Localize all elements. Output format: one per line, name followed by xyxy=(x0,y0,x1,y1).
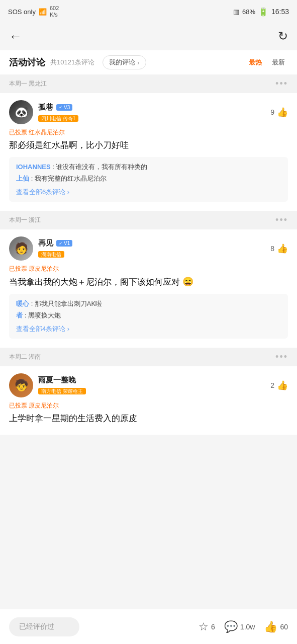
page-title: 活动讨论 xyxy=(9,56,45,68)
voted-tag-1: 已投票 红水晶尼泊尔 xyxy=(9,128,288,137)
username-2: 再见 xyxy=(38,238,53,248)
like-button-2[interactable]: 8 👍 xyxy=(270,243,288,254)
comment-header-3: 🧒 雨夏一整晚 南方电信 荣耀枪王 2 👍 xyxy=(9,373,288,397)
comment-card-3: 🧒 雨夏一整晚 南方电信 荣耀枪王 2 👍 已投票 原皮尼泊尔 上学时拿一星期的… xyxy=(0,366,297,435)
star-action[interactable]: ☆ 6 xyxy=(199,620,215,633)
wifi-speed: 602 K/s xyxy=(50,5,59,18)
user-info-3: 雨夏一整晚 南方电信 荣耀枪王 xyxy=(38,375,270,395)
badge-v-1: ✓ V3 xyxy=(56,104,72,111)
see-all-2[interactable]: 查看全部4条评论 › xyxy=(16,325,69,334)
status-right: ▥ 68% 🔋 16:53 xyxy=(233,7,289,17)
top-nav: ← ↻ xyxy=(0,22,297,50)
more-options-2[interactable]: ••• xyxy=(275,215,288,225)
section-sep-text-2: 本周一 浙江 xyxy=(9,216,41,224)
filter-hot-button[interactable]: 最热 xyxy=(246,56,265,69)
signal-bars-icon: ▥ xyxy=(233,8,239,16)
username-row-2: 再见 ✓ V1 xyxy=(38,238,270,248)
badge-operator-2: 湖南电信 xyxy=(38,250,270,258)
avatar-1: 🐼 xyxy=(9,100,33,124)
back-button[interactable]: ← xyxy=(9,29,22,44)
replies-box-2: 暖心 : 那我只能拿出刺刀AK啦 者 : 黑喷换大炮 查看全部4条评论 › xyxy=(9,294,288,339)
chat-action[interactable]: 💬 1.0w xyxy=(224,620,255,633)
section-sep-2: 本周一 浙江 ••• xyxy=(0,211,297,229)
page-header: 活动讨论 共10121条评论 我的评论 最热 最新 xyxy=(0,50,297,74)
thumb-icon-1: 👍 xyxy=(277,107,288,118)
section-sep-3: 本周二 湖南 ••• xyxy=(0,348,297,366)
battery-percent: 68% xyxy=(242,8,255,16)
comment-card-2: 🧑 再见 ✓ V1 湖南电信 8 👍 已投票 原皮尼泊尔 当我拿出我的大炮＋尼泊… xyxy=(0,229,297,348)
comment-card-1: 🐼 孤巷 ✓ V3 四川电信 传奇1 9 👍 已投票 红水晶尼泊尔 那必须是红水… xyxy=(0,93,297,211)
my-comment-button[interactable]: 我的评论 xyxy=(103,55,146,69)
chat-icon: 💬 xyxy=(224,620,238,633)
see-all-1[interactable]: 查看全部6条评论 › xyxy=(16,188,69,197)
comment-header-2: 🧑 再见 ✓ V1 湖南电信 8 👍 xyxy=(9,236,288,261)
comment-count: 共10121条评论 xyxy=(50,58,94,67)
like-count-2: 8 xyxy=(270,245,274,253)
like-count: 60 xyxy=(280,623,288,631)
like-button-1[interactable]: 9 👍 xyxy=(270,107,288,118)
thumb-icon-2: 👍 xyxy=(277,243,288,254)
badge-v-2: ✓ V1 xyxy=(56,240,72,247)
filter-new-button[interactable]: 最新 xyxy=(269,56,288,69)
like-button-3[interactable]: 2 👍 xyxy=(270,380,288,391)
badge-operator-3: 南方电信 荣耀枪王 xyxy=(38,386,270,395)
filter-buttons: 最热 最新 xyxy=(246,56,288,69)
voted-tag-3: 已投票 原皮尼泊尔 xyxy=(9,401,288,410)
reply-item-1-1: 上仙 : 我有完整的红水晶尼泊尔 xyxy=(16,174,281,184)
avatar-3: 🧒 xyxy=(9,373,33,397)
star-count: 6 xyxy=(211,623,215,631)
username-3: 雨夏一整晚 xyxy=(38,375,76,385)
badge-operator-1: 四川电信 传奇1 xyxy=(38,114,270,122)
like-count-1: 9 xyxy=(270,108,274,116)
like-action[interactable]: 👍 60 xyxy=(264,620,288,633)
username-row-1: 孤巷 ✓ V3 xyxy=(38,103,270,112)
comment-header-1: 🐼 孤巷 ✓ V3 四川电信 传奇1 9 👍 xyxy=(9,100,288,124)
chat-count: 1.0w xyxy=(240,623,255,631)
like-count-3: 2 xyxy=(270,381,274,389)
more-options-3[interactable]: ••• xyxy=(275,352,288,362)
sos-label: SOS only xyxy=(8,8,36,16)
like-icon: 👍 xyxy=(264,620,277,633)
thumb-icon-3: 👍 xyxy=(277,380,288,391)
refresh-button[interactable]: ↻ xyxy=(278,29,288,43)
comment-text-3: 上学时拿一星期的生活费入的原皮 xyxy=(9,412,288,425)
comment-text-2: 当我拿出我的大炮＋尼泊尔，阁下该如何应对 😄 xyxy=(9,275,288,289)
comment-input[interactable]: 已经评价过 xyxy=(9,617,79,636)
comment-text-1: 那必须是红水晶啊，比小刀好哇 xyxy=(9,139,288,152)
status-left: SOS only 📶 602 K/s xyxy=(8,5,59,18)
username-1: 孤巷 xyxy=(38,103,53,112)
signal-icon: 📶 xyxy=(39,8,47,16)
clock-time: 16:53 xyxy=(271,8,289,16)
username-row-3: 雨夏一整晚 xyxy=(38,375,270,385)
reply-item-2-1: 者 : 黑喷换大炮 xyxy=(16,310,281,320)
reply-item-2-0: 暖心 : 那我只能拿出刺刀AK啦 xyxy=(16,299,281,309)
star-icon: ☆ xyxy=(199,620,209,633)
user-info-1: 孤巷 ✓ V3 四川电信 传奇1 xyxy=(38,103,270,122)
bottom-bar: 已经评价过 ☆ 6 💬 1.0w 👍 60 xyxy=(0,609,297,644)
user-info-2: 再见 ✓ V1 湖南电信 xyxy=(38,238,270,258)
status-bar: SOS only 📶 602 K/s ▥ 68% 🔋 16:53 xyxy=(0,0,297,22)
voted-tag-2: 已投票 原皮尼泊尔 xyxy=(9,265,288,273)
replies-box-1: IOHANNES : 谁没有谁没有，我有所有种类的 上仙 : 我有完整的红水晶尼… xyxy=(9,157,288,202)
section-sep-text-1: 本周一 黑龙江 xyxy=(9,79,47,88)
section-sep-1: 本周一 黑龙江 ••• xyxy=(0,74,297,93)
more-options-1[interactable]: ••• xyxy=(275,78,288,89)
section-sep-text-3: 本周二 湖南 xyxy=(9,353,41,361)
bottom-actions: ☆ 6 💬 1.0w 👍 60 xyxy=(199,620,288,633)
battery-icon: 🔋 xyxy=(258,7,268,17)
avatar-2: 🧑 xyxy=(9,236,33,261)
reply-item-1-0: IOHANNES : 谁没有谁没有，我有所有种类的 xyxy=(16,162,281,172)
